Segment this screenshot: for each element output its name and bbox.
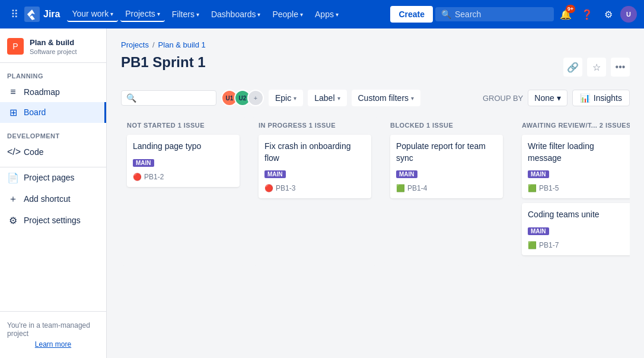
avatar-more[interactable]: + bbox=[247, 90, 264, 106]
card-id: 🔴 PB1-2 bbox=[133, 173, 234, 181]
card-tag: MAIN bbox=[133, 159, 154, 167]
breadcrumb-projects[interactable]: Projects bbox=[121, 40, 149, 49]
card-tag: MAIN bbox=[396, 170, 417, 178]
card-id: 🟩 PB1-7 bbox=[528, 241, 629, 249]
sidebar-item-code[interactable]: </> Code bbox=[0, 142, 106, 162]
project-type: Software project bbox=[30, 48, 76, 55]
board-toolbar: 🔍 U1 U2 + Epic ▾ Label ▾ Custom filters … bbox=[121, 90, 630, 106]
insights-button[interactable]: 📊 Insights bbox=[572, 90, 630, 106]
story-icon: 🟩 bbox=[528, 184, 537, 192]
search-bar[interactable]: 🔍 Search bbox=[435, 7, 554, 21]
nav-filters[interactable]: Filters ▾ bbox=[167, 7, 204, 21]
project-icon: P bbox=[7, 38, 24, 55]
user-avatar[interactable]: U bbox=[620, 6, 637, 23]
card-pb1-5[interactable]: Write filter loading message MAIN 🟩 PB1-… bbox=[522, 135, 630, 198]
sidebar-item-board[interactable]: ⊞ Board bbox=[0, 102, 106, 123]
create-button[interactable]: Create bbox=[390, 6, 433, 23]
roadmap-icon: ≡ bbox=[7, 87, 19, 97]
sidebar: P Plan & build Software project PLANNING… bbox=[0, 28, 107, 358]
more-options-button[interactable]: ••• bbox=[611, 58, 630, 77]
link-icon-button[interactable]: 🔗 bbox=[563, 58, 582, 77]
column-header-blocked: BLOCKED 1 ISSUE bbox=[390, 122, 503, 129]
breadcrumb: Projects / Plan & build 1 bbox=[121, 40, 630, 49]
column-header-not-started: NOT STARTED 1 ISSUE bbox=[127, 122, 240, 129]
insights-icon: 📊 bbox=[580, 93, 590, 103]
card-pb1-3[interactable]: Fix crash in onboarding flow MAIN 🔴 PB1-… bbox=[259, 135, 371, 198]
search-icon: 🔍 bbox=[441, 9, 451, 19]
star-icon-button[interactable]: ☆ bbox=[587, 58, 606, 77]
card-pb1-4[interactable]: Populate report for team sync MAIN 🟩 PB1… bbox=[390, 135, 503, 198]
nav-your-work[interactable]: Your work ▾ bbox=[67, 7, 118, 22]
nav-apps[interactable]: Apps ▾ bbox=[310, 7, 343, 21]
learn-more-link[interactable]: Learn more bbox=[7, 340, 99, 349]
breadcrumb-project[interactable]: Plan & build 1 bbox=[158, 40, 206, 49]
sidebar-item-project-pages[interactable]: 📄 Project pages bbox=[0, 167, 106, 188]
story-icon: 🟩 bbox=[528, 241, 537, 249]
group-by-label: GROUP BY bbox=[483, 94, 523, 103]
shortcut-icon: ＋ bbox=[7, 193, 19, 205]
card-id: 🟩 PB1-4 bbox=[396, 184, 497, 192]
card-title: Fix crash in onboarding flow bbox=[264, 141, 365, 164]
sidebar-item-roadmap[interactable]: ≡ Roadmap bbox=[0, 82, 106, 102]
search-icon: 🔍 bbox=[126, 93, 136, 103]
sidebar-item-project-settings[interactable]: ⚙ Project settings bbox=[0, 210, 106, 231]
custom-filters[interactable]: Custom filters ▾ bbox=[352, 90, 421, 106]
topnav-icon-group: 🔔 9+ ❓ ⚙ U bbox=[556, 5, 637, 24]
card-tag: MAIN bbox=[264, 170, 286, 178]
notifications-button[interactable]: 🔔 9+ bbox=[556, 5, 575, 24]
card-id: 🟩 PB1-5 bbox=[528, 184, 629, 192]
column-in-progress: IN PROGRESS 1 ISSUE Fix crash in onboard… bbox=[253, 116, 377, 266]
card-pb1-2[interactable]: Landing page typo MAIN 🔴 PB1-2 bbox=[127, 135, 240, 187]
card-title: Coding teams unite bbox=[528, 209, 629, 221]
development-section-label: DEVELOPMENT bbox=[0, 123, 106, 142]
card-pb1-7[interactable]: Coding teams unite MAIN 🟩 PB1-7 bbox=[522, 203, 630, 255]
group-by-select[interactable]: None ▾ bbox=[528, 90, 567, 106]
sidebar-project-header: P Plan & build Software project bbox=[0, 28, 106, 63]
label-filter[interactable]: Label ▾ bbox=[308, 90, 346, 106]
nav-dashboards[interactable]: Dashboards ▾ bbox=[206, 7, 266, 21]
card-title: Write filter loading message bbox=[528, 141, 629, 164]
nav-people[interactable]: People ▾ bbox=[267, 7, 308, 21]
card-title: Landing page typo bbox=[133, 141, 234, 153]
column-header-in-progress: IN PROGRESS 1 ISSUE bbox=[259, 122, 371, 129]
card-tag: MAIN bbox=[528, 170, 549, 178]
project-name: Plan & build bbox=[30, 38, 76, 48]
app-layout: P Plan & build Software project PLANNING… bbox=[0, 28, 644, 358]
column-awaiting-review: AWAITING REVIEW/T... 2 ISSUES Write filt… bbox=[516, 116, 630, 266]
top-navigation: ⠿ Jira Your work ▾ Projects ▾ Filters ▾ … bbox=[0, 0, 644, 28]
epic-filter[interactable]: Epic ▾ bbox=[269, 90, 303, 106]
card-title: Populate report for team sync bbox=[396, 141, 497, 164]
board-columns: NOT STARTED 1 ISSUE Landing page typo MA… bbox=[121, 116, 630, 271]
notif-badge: 9+ bbox=[566, 5, 575, 13]
sidebar-footer: You're in a team-managed project Learn m… bbox=[0, 311, 106, 358]
nav-projects[interactable]: Projects ▾ bbox=[120, 7, 165, 22]
grid-icon[interactable]: ⠿ bbox=[7, 4, 22, 24]
bug-icon: 🔴 bbox=[264, 184, 273, 192]
board-search[interactable]: 🔍 bbox=[121, 90, 216, 106]
column-not-started: NOT STARTED 1 ISSUE Landing page typo MA… bbox=[121, 116, 246, 266]
main-content: Projects / Plan & build 1 PB1 Sprint 1 🔗… bbox=[107, 28, 644, 358]
planning-section-label: PLANNING bbox=[0, 63, 106, 82]
jira-logo[interactable]: Jira bbox=[24, 7, 60, 22]
pages-icon: 📄 bbox=[7, 172, 19, 183]
bug-icon: 🔴 bbox=[133, 173, 142, 181]
page-title: PB1 Sprint 1 bbox=[121, 54, 206, 71]
sidebar-item-add-shortcut[interactable]: ＋ Add shortcut bbox=[0, 188, 106, 210]
help-button[interactable]: ❓ bbox=[578, 5, 597, 24]
settings-icon: ⚙ bbox=[7, 215, 19, 226]
search-input[interactable] bbox=[140, 93, 211, 103]
card-id: 🔴 PB1-3 bbox=[264, 184, 365, 192]
toolbar-right: GROUP BY None ▾ 📊 Insights bbox=[483, 90, 630, 106]
card-tag: MAIN bbox=[528, 227, 549, 235]
story-icon: 🟩 bbox=[396, 184, 405, 192]
column-blocked: BLOCKED 1 ISSUE Populate report for team… bbox=[384, 116, 509, 266]
avatar-group: U1 U2 + bbox=[221, 90, 264, 106]
code-icon: </> bbox=[7, 147, 19, 157]
settings-button[interactable]: ⚙ bbox=[599, 5, 618, 24]
column-header-awaiting-review: AWAITING REVIEW/T... 2 ISSUES bbox=[522, 122, 630, 129]
board-icon: ⊞ bbox=[7, 107, 19, 118]
